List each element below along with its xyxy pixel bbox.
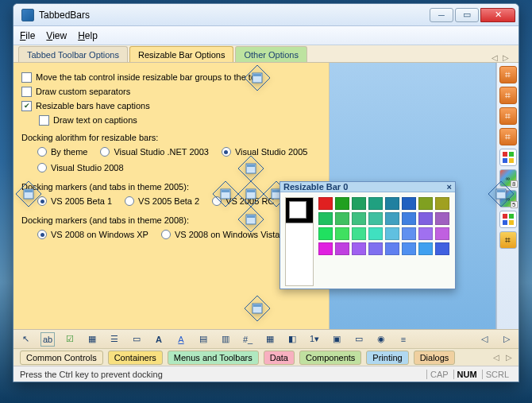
color-swatch[interactable] [402, 242, 416, 255]
tool-scroll-right-icon[interactable]: ▷ [499, 332, 514, 347]
toolbox-scroll-right-icon[interactable]: ▷ [506, 353, 512, 362]
color-swatch[interactable] [418, 212, 433, 225]
color-swatch[interactable] [335, 242, 349, 255]
toolbox-tab-components[interactable]: Components [299, 351, 361, 365]
radio-2005-beta2[interactable]: VS 2005 Beta 2 [125, 195, 199, 207]
dock-guide-bottom[interactable] [245, 296, 270, 321]
color-swatch[interactable] [435, 197, 449, 210]
toolbox-tab-common[interactable]: Common Controls [20, 351, 103, 365]
theme-btn-1[interactable]: ⌗ [499, 66, 517, 83]
check-custom-separators[interactable]: Draw custom separators [21, 85, 321, 98]
dock-guide-cluster-top[interactable] [238, 156, 264, 181]
color-swatch[interactable] [418, 197, 433, 210]
tool-combo-icon[interactable]: ▭ [129, 332, 144, 347]
tool-picture-icon[interactable]: ▣ [330, 332, 344, 347]
menu-help[interactable]: Help [78, 30, 98, 41]
color-swatch[interactable] [352, 212, 366, 225]
floating-close-icon[interactable]: × [447, 182, 452, 192]
radio-2008-xp[interactable]: VS 2008 on Windows XP [37, 228, 148, 241]
tool-pointer-icon[interactable]: ↖ [18, 332, 33, 347]
dock-guide-top[interactable] [245, 65, 270, 91]
minimize-button[interactable]: ─ [430, 8, 453, 22]
color-swatch[interactable] [318, 197, 333, 210]
radio-2005-beta1[interactable]: VS 2005 Beta 1 [37, 195, 112, 207]
color-swatch[interactable] [368, 242, 383, 255]
tool-listview-icon[interactable]: ▥ [218, 332, 233, 347]
color-swatch[interactable] [318, 212, 333, 225]
theme-btn-3[interactable]: ⌗ [499, 107, 517, 125]
toolbox-scroll-left-icon[interactable]: ◁ [493, 353, 499, 362]
maximize-button[interactable]: ▭ [455, 8, 479, 22]
toolbox-tab-menus[interactable]: Menus and Toolbars [168, 351, 259, 365]
color-swatch[interactable] [385, 227, 399, 240]
theme-btn-8[interactable] [499, 211, 517, 228]
radio-bytheme[interactable]: By theme [37, 145, 87, 158]
color-swatch[interactable] [368, 197, 383, 210]
color-swatch[interactable] [318, 227, 333, 240]
color-swatch[interactable] [318, 242, 333, 255]
dock-guide-left[interactable] [16, 181, 41, 207]
color-swatch[interactable] [385, 242, 399, 255]
color-swatch[interactable] [352, 197, 366, 210]
tool-progress-icon[interactable]: ▭ [352, 332, 366, 347]
color-swatch[interactable] [385, 197, 399, 210]
tab-toolbar-options[interactable]: Tabbed Toolbar Options [18, 46, 128, 62]
tool-list-icon[interactable]: ☰ [107, 332, 121, 347]
radio-vs2005[interactable]: Visual Studio 2005 [222, 145, 308, 158]
check-draw-text[interactable]: Draw text on captions [39, 114, 321, 126]
toolbox-tab-data[interactable]: Data [264, 351, 295, 365]
tool-calendar-icon[interactable]: ▦ [263, 332, 277, 347]
toolbox-tab-dialogs[interactable]: Dialogs [414, 351, 456, 365]
tool-link-icon[interactable]: A [174, 332, 188, 347]
radio-vs2008[interactable]: Visual Studio 2008 [37, 161, 124, 174]
toolbox-tab-printing[interactable]: Printing [366, 351, 408, 365]
color-swatch[interactable] [368, 212, 383, 225]
tab-resizable-options[interactable]: Resizable Bar Options [129, 46, 233, 62]
theme-btn-5[interactable] [499, 149, 517, 166]
theme-btn-2[interactable]: ⌗ [499, 87, 517, 104]
tool-notify-icon[interactable]: ◧ [285, 332, 299, 347]
color-swatch[interactable] [335, 197, 349, 210]
dock-guide-cluster-left[interactable] [213, 181, 238, 207]
color-swatch[interactable] [435, 242, 449, 255]
tool-richtext-icon[interactable]: ≡ [396, 332, 411, 347]
color-swatch[interactable] [435, 227, 449, 240]
color-swatch[interactable] [402, 197, 416, 210]
color-swatch[interactable] [402, 227, 416, 240]
toolbox-tab-containers[interactable]: Containers [108, 351, 163, 365]
tool-listbox-icon[interactable]: ▤ [196, 332, 210, 347]
color-swatch[interactable] [368, 227, 383, 240]
color-swatch[interactable] [385, 212, 399, 225]
tool-checkbox-icon[interactable]: ☑ [63, 332, 77, 347]
tool-textbox-icon[interactable]: ab [40, 332, 55, 347]
tool-scroll-left-icon[interactable]: ◁ [477, 332, 492, 347]
color-swatch[interactable] [418, 227, 433, 240]
tab-other-options[interactable]: Other Options [235, 46, 306, 62]
color-swatch[interactable] [352, 242, 366, 255]
title-bar[interactable]: TabbedBars ─ ▭ ✕ [13, 4, 519, 26]
check-move-top[interactable]: Move the tab control inside resizable ba… [21, 71, 321, 83]
tabs-scroll-right-icon[interactable]: ▷ [503, 53, 509, 62]
tool-radio-icon[interactable]: ◉ [374, 332, 388, 347]
theme-btn-9[interactable]: ⌗ [499, 231, 517, 249]
radio-vs2003[interactable]: Visual Studio .NET 2003 [100, 145, 208, 158]
tool-numeric-icon[interactable]: 1▾ [307, 332, 322, 347]
menu-view[interactable]: View [46, 30, 67, 41]
close-button[interactable]: ✕ [480, 8, 515, 22]
floating-title-bar[interactable]: Resizable Bar 0 × [280, 182, 455, 192]
color-main-swatch[interactable] [285, 197, 314, 286]
tool-grid-icon[interactable]: ▦ [85, 332, 99, 347]
menu-file[interactable]: File [20, 30, 35, 41]
color-swatch[interactable] [402, 212, 416, 225]
color-swatch[interactable] [352, 227, 366, 240]
floating-resizable-bar[interactable]: Resizable Bar 0 × [279, 181, 456, 289]
tool-label-icon[interactable]: A [152, 332, 166, 347]
theme-btn-4[interactable]: ⌗ [499, 128, 517, 145]
dock-guide-right[interactable] [488, 181, 514, 207]
tool-mask-icon[interactable]: #_ [241, 332, 255, 347]
dock-guide-cluster-bottom[interactable] [238, 207, 264, 232]
color-swatch[interactable] [335, 212, 349, 225]
dock-guide-cluster-center[interactable] [238, 181, 264, 207]
color-swatch[interactable] [335, 227, 349, 240]
color-swatch[interactable] [418, 242, 433, 255]
